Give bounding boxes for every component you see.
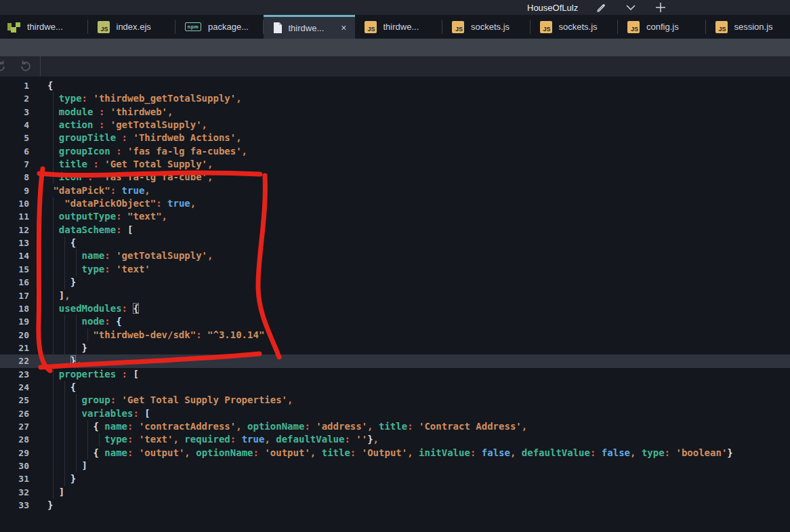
indent-guide bbox=[53, 276, 54, 289]
code-line-17[interactable]: 17 ], bbox=[0, 289, 790, 302]
code-line-9[interactable]: 9 "dataPick": true, bbox=[0, 184, 790, 197]
file-icon bbox=[273, 22, 282, 33]
line-content: group: 'Get Total Supply Properties', bbox=[29, 394, 790, 407]
indent-guide bbox=[64, 329, 65, 342]
code-line-27[interactable]: 27 { name: 'contractAddress', optionName… bbox=[0, 420, 790, 433]
undo-icon[interactable] bbox=[0, 58, 8, 75]
code-line-15[interactable]: 15 type: 'text' bbox=[0, 263, 790, 276]
code-line-6[interactable]: 6 groupIcon : 'fas fa-lg fa-cubes', bbox=[0, 145, 790, 158]
indent-guide bbox=[76, 315, 77, 328]
line-content: groupIcon : 'fas fa-lg fa-cubes', bbox=[29, 145, 790, 158]
code-line-11[interactable]: 11 outputType: "text", bbox=[0, 210, 790, 223]
line-number: 6 bbox=[0, 145, 29, 158]
title-bar-controls: HouseOfLulz bbox=[527, 0, 667, 15]
line-content: usedModules: { bbox=[29, 302, 790, 315]
indent-guide bbox=[53, 420, 54, 433]
tab-label: index.ejs bbox=[117, 22, 151, 32]
code-line-13[interactable]: 13 { bbox=[0, 237, 790, 249]
line-number: 1 bbox=[0, 79, 29, 92]
line-number: 28 bbox=[0, 433, 29, 446]
js-icon: JS bbox=[365, 21, 377, 33]
code-line-1[interactable]: 1{ bbox=[0, 79, 790, 92]
indent-guide bbox=[53, 342, 54, 354]
code-line-16[interactable]: 16 } bbox=[0, 276, 790, 289]
indent-guide bbox=[76, 447, 77, 459]
code-line-21[interactable]: 21 } bbox=[0, 342, 790, 354]
chevron-down-icon[interactable] bbox=[624, 1, 638, 14]
code-line-26[interactable]: 26 variables: [ bbox=[0, 407, 790, 420]
js-icon: JS bbox=[98, 21, 110, 33]
line-number: 19 bbox=[0, 315, 29, 328]
tab-sockets-js-5[interactable]: JSsockets.js bbox=[442, 15, 531, 39]
code-line-30[interactable]: 30 ] bbox=[0, 459, 790, 472]
line-content: { bbox=[29, 79, 790, 92]
code-line-3[interactable]: 3 module : 'thirdweb', bbox=[0, 106, 790, 119]
tab-label: thirdwe... bbox=[27, 22, 63, 32]
indent-guide bbox=[76, 329, 77, 342]
code-line-18[interactable]: 18 usedModules: { bbox=[0, 302, 790, 315]
tab-thirdwe--3[interactable]: thirdwe...× bbox=[264, 15, 355, 39]
indent-guide bbox=[76, 407, 77, 420]
line-content: action : 'getTotalSupply', bbox=[29, 119, 790, 131]
tab-sockets-js-6[interactable]: JSsockets.js bbox=[531, 15, 619, 39]
tab-label: package... bbox=[208, 22, 249, 32]
line-number: 4 bbox=[0, 119, 29, 131]
line-number: 15 bbox=[0, 263, 29, 276]
line-content: { name: 'output', optionName: 'output', … bbox=[29, 447, 790, 459]
code-line-29[interactable]: 29 { name: 'output', optionName: 'output… bbox=[0, 447, 790, 459]
code-line-33[interactable]: 33} bbox=[0, 499, 790, 512]
indent-guide bbox=[53, 171, 54, 184]
line-content: title : 'Get Total Supply', bbox=[29, 158, 790, 171]
code-line-24[interactable]: 24 { bbox=[0, 381, 790, 394]
indent-guide bbox=[53, 447, 54, 459]
line-number: 3 bbox=[0, 106, 29, 119]
indent-guide bbox=[53, 224, 54, 237]
line-content: groupTitle : 'Thirdweb Actions', bbox=[29, 131, 790, 144]
line-number: 23 bbox=[0, 368, 29, 381]
indent-guide bbox=[87, 329, 88, 342]
code-line-31[interactable]: 31 } bbox=[0, 472, 790, 485]
indent-guide bbox=[53, 119, 54, 131]
line-content: name: 'getTotalSupply', bbox=[29, 249, 790, 262]
indent-guide bbox=[53, 329, 54, 342]
code-line-4[interactable]: 4 action : 'getTotalSupply', bbox=[0, 119, 790, 131]
line-content: ] bbox=[29, 486, 790, 499]
code-line-25[interactable]: 25 group: 'Get Total Supply Properties', bbox=[0, 394, 790, 407]
npm-icon: npm bbox=[185, 22, 201, 31]
line-number: 22 bbox=[0, 354, 29, 367]
code-line-28[interactable]: 28 type: 'text', required: true, default… bbox=[0, 433, 790, 446]
tab-config-js-7[interactable]: JSconfig.js bbox=[618, 15, 706, 39]
plus-icon[interactable] bbox=[654, 1, 667, 14]
code-line-23[interactable]: 23 properties : [ bbox=[0, 368, 790, 381]
tab-thirdwe--4[interactable]: JSthirdwe... bbox=[355, 15, 443, 39]
code-line-8[interactable]: 8 icon : 'fas fa-lg fa-cube', bbox=[0, 171, 790, 184]
tab-thirdwe--0[interactable]: thirdwe... bbox=[0, 15, 88, 39]
code-line-2[interactable]: 2 type: 'thirdweb_getTotalSupply', bbox=[0, 92, 790, 105]
indent-guide bbox=[76, 394, 77, 407]
redo-icon[interactable] bbox=[18, 58, 34, 75]
code-line-7[interactable]: 7 title : 'Get Total Supply', bbox=[0, 158, 790, 171]
code-line-32[interactable]: 32 ] bbox=[0, 486, 790, 499]
code-line-22[interactable]: 22 }, bbox=[0, 354, 790, 367]
tab-package--2[interactable]: npmpackage... bbox=[175, 15, 264, 39]
code-line-12[interactable]: 12 dataScheme: [ bbox=[0, 224, 790, 237]
line-number: 33 bbox=[0, 499, 29, 512]
tab-session-js-8[interactable]: JSsession.js bbox=[706, 15, 790, 39]
code-line-20[interactable]: 20 "thirdweb-dev/sdk": "^3.10.14" bbox=[0, 329, 790, 342]
line-content: } bbox=[29, 472, 790, 485]
line-number: 21 bbox=[0, 342, 29, 354]
line-number: 18 bbox=[0, 302, 29, 315]
line-content: ], bbox=[29, 289, 790, 302]
code-editor[interactable]: 1{2 type: 'thirdweb_getTotalSupply',3 mo… bbox=[0, 77, 790, 532]
tab-index-ejs-1[interactable]: JSindex.ejs bbox=[88, 15, 176, 39]
indent-guide bbox=[99, 433, 100, 446]
js-icon: JS bbox=[715, 21, 728, 33]
indent-guide bbox=[53, 197, 54, 210]
code-line-14[interactable]: 14 name: 'getTotalSupply', bbox=[0, 249, 790, 262]
tab-close-icon[interactable]: × bbox=[338, 22, 349, 34]
code-line-10[interactable]: 10 "dataPickObject": true, bbox=[0, 197, 790, 210]
code-line-19[interactable]: 19 node: { bbox=[0, 315, 790, 328]
code-line-5[interactable]: 5 groupTitle : 'Thirdweb Actions', bbox=[0, 131, 790, 144]
line-content: dataScheme: [ bbox=[29, 224, 790, 237]
pencil-icon[interactable] bbox=[594, 1, 608, 14]
